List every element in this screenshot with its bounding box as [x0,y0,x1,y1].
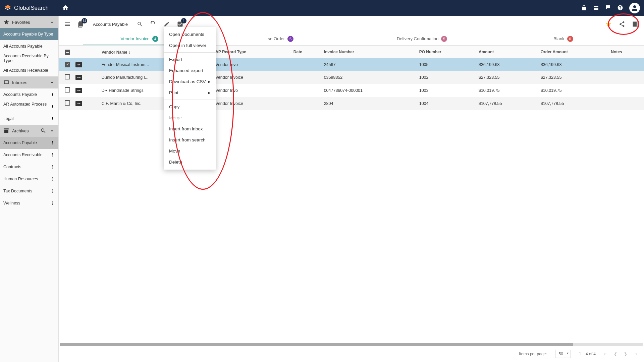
context-menu-item[interactable]: Delete [164,157,216,168]
favorites-label: Favorites [12,20,30,25]
avatar[interactable] [629,3,640,13]
archive-icon [3,128,9,134]
chevron-up-icon [49,128,55,134]
row-checkbox[interactable] [65,100,70,106]
table-row[interactable]: PDF Fender Musical Instrum...Vendor Invo… [59,58,644,71]
row-checkbox[interactable] [65,87,70,93]
brand-logo[interactable]: GlobalSearch [4,4,49,12]
archives-header[interactable]: Archives [0,125,58,137]
sidebar-item[interactable]: Wellness [0,197,58,209]
select-all-checkbox[interactable] [65,50,70,55]
column-header[interactable]: Notes [608,46,644,58]
storage-icon[interactable] [593,5,599,12]
chevron-up-icon [49,19,55,25]
document-stack-button[interactable]: 14 [77,20,85,28]
context-menu-item[interactable]: Insert from inbox [164,123,216,134]
pdf-icon[interactable]: PDF [75,88,82,93]
sidebar-item[interactable]: Human Resources [0,173,58,185]
context-menu-item[interactable]: Insert from search [164,134,216,145]
favorite-star-button[interactable] [604,20,612,28]
prev-page-button[interactable]: ❮ [614,352,617,356]
logo-icon [4,4,11,12]
more-icon[interactable] [50,116,55,121]
panel-toggle-button[interactable] [631,20,639,28]
column-header[interactable]: Amount [476,46,538,58]
sidebar-item[interactable]: Accounts Receivable [0,149,58,161]
menu-button[interactable] [63,20,71,28]
row-checkbox[interactable] [65,62,70,67]
tabs: Vendor Invoice4se Order5Delivery Confirm… [59,32,644,46]
pdf-icon[interactable]: PDF [75,101,82,106]
context-menu-item[interactable]: Move [164,145,216,157]
refresh-button[interactable] [149,20,157,28]
next-page-button[interactable]: ❯ [624,352,627,356]
lock-icon[interactable] [581,5,587,12]
tab[interactable]: Blank0 [493,32,634,45]
items-per-page-select[interactable]: 50 [555,350,571,358]
sidebar-item[interactable]: Contracts [0,161,58,173]
menu-separator [164,52,216,53]
sidebar-item[interactable]: Legal [0,113,58,125]
more-icon[interactable] [50,165,55,169]
more-icon[interactable] [50,177,55,181]
breadcrumb: Accounts Payable [93,22,128,27]
context-menu-item[interactable]: Open in full viewer [164,40,216,51]
chevron-up-icon [49,79,55,85]
pdf-icon[interactable]: PDF [75,75,82,80]
sidebar-item[interactable]: AR Automated Process ... [0,101,58,113]
last-page-button[interactable]: ⇥ [634,352,637,356]
tab[interactable]: Delivery Confirmation5 [352,32,493,45]
note-icon[interactable] [605,5,611,12]
sidebar-item[interactable]: Accounts Receivable By Type [0,52,58,64]
context-menu-item: Merge [164,112,216,123]
favorites-header[interactable]: Favorites [0,16,58,28]
sidebar-item[interactable]: Tax Documents [0,185,58,197]
table-row[interactable]: PDF DR Handmade StringsVendor Invo004773… [59,84,644,97]
context-menu-item[interactable]: Export [164,54,216,65]
page-range: 1 – 4 of 4 [579,352,596,356]
first-page-button[interactable]: ⇤ [604,352,607,356]
sidebar-item[interactable]: Accounts Payable [0,137,58,149]
sidebar-item[interactable]: All Accounts Receivable [0,64,58,76]
more-icon[interactable] [50,92,55,97]
table: Vendor Name↓AP Record TypeDateInvoice Nu… [59,46,644,343]
more-icon[interactable] [50,140,55,145]
more-icon[interactable] [50,189,55,193]
menu-separator [164,100,216,100]
page-nav: ⇤ ❮ ❯ ⇥ [604,352,637,356]
sidebar-item[interactable]: All Accounts Payable [0,40,58,52]
context-menu-item[interactable]: Download as CSV▶ [164,76,216,87]
column-header[interactable]: AP Record Type [213,46,291,58]
inboxes-header[interactable]: Inboxes [0,76,58,88]
context-menu-item[interactable]: Enhanced export [164,65,216,76]
column-header[interactable]: PO Number [417,46,476,58]
row-checkbox[interactable] [65,74,70,79]
inbox-icon [3,79,9,85]
share-button[interactable] [618,20,626,28]
context-menu-item[interactable]: Open Documents [164,29,216,40]
table-row[interactable]: PDF C.F. Martin & Co, Inc.Vendor Invoice… [59,97,644,110]
search-icon[interactable] [40,128,46,134]
context-menu-item[interactable]: Print▶ [164,87,216,98]
table-row[interactable]: PDF Dunlop Manufacturing I...Vendor Invo… [59,71,644,84]
column-header[interactable]: Invoice Number [321,46,417,58]
more-icon[interactable] [50,104,55,109]
search-button[interactable] [136,20,144,28]
more-icon[interactable] [50,201,55,205]
star-icon [3,19,9,25]
tab[interactable]: se Order5 [210,32,351,45]
more-icon[interactable] [50,153,55,157]
doc-count-badge: 14 [82,18,87,23]
sidebar-item[interactable]: Accounts Payable By Type [0,28,58,40]
home-button[interactable] [62,4,69,12]
sidebar: Favorites Accounts Payable By TypeAll Ac… [0,16,59,362]
context-menu-item[interactable]: Copy [164,101,216,112]
help-icon[interactable] [617,5,623,12]
column-header[interactable]: Order Amount [538,46,608,58]
column-header[interactable]: Date [291,46,321,58]
sidebar-item[interactable]: Accounts Payable [0,88,58,101]
pdf-icon[interactable]: PDF [75,62,82,67]
brand-text: GlobalSearch [14,5,49,11]
horizontal-scrollbar[interactable] [60,343,643,346]
check-count-badge: 1 [181,18,186,23]
